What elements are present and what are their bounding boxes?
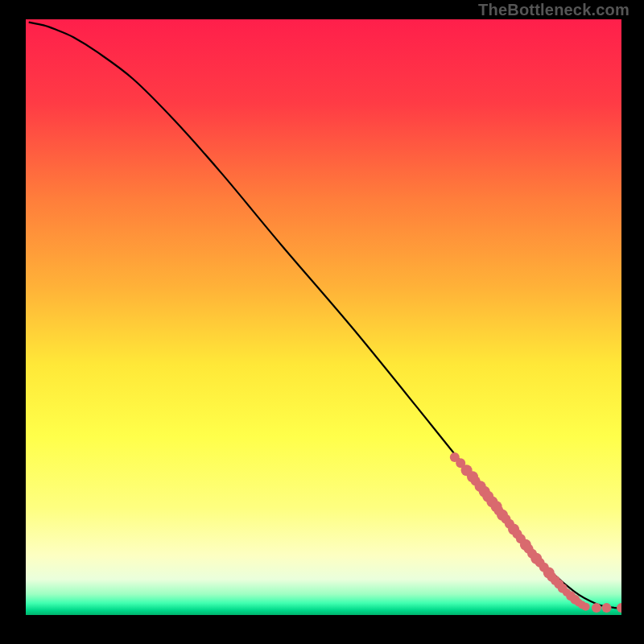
- heat-background: [26, 19, 621, 615]
- watermark-text: TheBottleneck.com: [478, 1, 630, 19]
- data-point: [592, 603, 601, 613]
- chart-svg: [26, 19, 621, 615]
- plot-area: [26, 19, 621, 615]
- data-point: [582, 603, 590, 611]
- chart-root: TheBottleneck.com: [0, 0, 644, 644]
- data-point: [602, 603, 612, 613]
